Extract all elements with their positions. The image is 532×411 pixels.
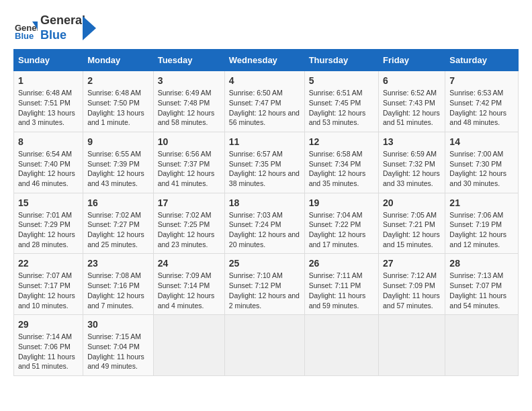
day-number: 3 [158,75,220,86]
day-info: Sunrise: 7:09 AMSunset: 7:14 PMDaylight:… [158,271,220,310]
calendar-day-2: 2 Sunrise: 6:48 AMSunset: 7:50 PMDayligh… [83,71,154,132]
day-number: 27 [383,258,441,269]
day-number: 14 [449,136,514,147]
day-info: Sunrise: 7:02 AMSunset: 7:25 PMDaylight:… [158,210,220,250]
day-info: Sunrise: 6:51 AMSunset: 7:45 PMDaylight:… [309,88,374,128]
day-number: 9 [87,136,149,147]
calendar-day-7: 7 Sunrise: 6:53 AMSunset: 7:42 PMDayligh… [445,71,519,132]
day-info: Sunrise: 7:01 AMSunset: 7:29 PMDaylight:… [18,210,79,250]
logo-chevron-icon [83,16,96,40]
day-info: Sunrise: 7:05 AMSunset: 7:21 PMDaylight:… [383,210,441,250]
day-number: 13 [383,136,441,147]
day-info: Sunrise: 7:08 AMSunset: 7:16 PMDaylight:… [87,271,149,310]
day-info: Sunrise: 7:15 AMSunset: 7:04 PMDaylight:… [87,332,149,371]
calendar-day-16: 16 Sunrise: 7:02 AMSunset: 7:27 PMDaylig… [83,193,154,254]
day-info: Sunrise: 6:59 AMSunset: 7:32 PMDaylight:… [383,149,441,189]
calendar-day-26: 26 Sunrise: 7:11 AMSunset: 7:11 PMDaylig… [304,254,378,315]
header-thursday: Thursday [304,50,378,71]
calendar-day-13: 13 Sunrise: 6:59 AMSunset: 7:32 PMDaylig… [379,132,445,193]
day-info: Sunrise: 6:48 AMSunset: 7:50 PMDaylight:… [87,88,149,128]
day-number: 19 [309,197,374,208]
day-number: 12 [309,136,374,147]
calendar-day-3: 3 Sunrise: 6:49 AMSunset: 7:48 PMDayligh… [153,71,224,132]
calendar-day-9: 9 Sunrise: 6:55 AMSunset: 7:39 PMDayligh… [83,132,154,193]
calendar-header-row: SundayMondayTuesdayWednesdayThursdayFrid… [14,50,519,71]
empty-cell [379,315,445,376]
empty-cell [224,315,304,376]
svg-marker-3 [83,16,96,40]
day-info: Sunrise: 7:00 AMSunset: 7:30 PMDaylight:… [449,149,514,189]
day-info: Sunrise: 7:10 AMSunset: 7:12 PMDaylight:… [229,271,300,310]
page-header: General Blue General Blue [13,13,519,42]
day-number: 17 [158,197,220,208]
day-info: Sunrise: 7:06 AMSunset: 7:19 PMDaylight:… [449,210,514,250]
calendar-day-22: 22 Sunrise: 7:07 AMSunset: 7:17 PMDaylig… [14,254,83,315]
day-info: Sunrise: 7:14 AMSunset: 7:06 PMDaylight:… [18,332,79,371]
day-number: 8 [18,136,79,147]
day-info: Sunrise: 6:50 AMSunset: 7:47 PMDaylight:… [229,88,300,128]
day-info: Sunrise: 6:55 AMSunset: 7:39 PMDaylight:… [87,149,149,189]
day-number: 23 [87,258,149,269]
day-number: 26 [309,258,374,269]
day-info: Sunrise: 7:04 AMSunset: 7:22 PMDaylight:… [309,210,374,250]
header-sunday: Sunday [14,50,83,71]
empty-cell [153,315,224,376]
empty-cell [304,315,378,376]
header-friday: Friday [379,50,445,71]
calendar-day-4: 4 Sunrise: 6:50 AMSunset: 7:47 PMDayligh… [224,71,304,132]
day-info: Sunrise: 6:53 AMSunset: 7:42 PMDaylight:… [449,88,514,128]
calendar-day-30: 30 Sunrise: 7:15 AMSunset: 7:04 PMDaylig… [83,315,154,376]
day-info: Sunrise: 6:57 AMSunset: 7:35 PMDaylight:… [229,149,300,189]
day-number: 22 [18,258,79,269]
calendar-day-11: 11 Sunrise: 6:57 AMSunset: 7:35 PMDaylig… [224,132,304,193]
calendar-day-25: 25 Sunrise: 7:10 AMSunset: 7:12 PMDaylig… [224,254,304,315]
day-info: Sunrise: 7:13 AMSunset: 7:07 PMDaylight:… [449,271,514,310]
day-number: 18 [229,197,300,208]
calendar-week-row: 15 Sunrise: 7:01 AMSunset: 7:29 PMDaylig… [14,193,519,254]
calendar-day-19: 19 Sunrise: 7:04 AMSunset: 7:22 PMDaylig… [304,193,378,254]
calendar-week-row: 29 Sunrise: 7:14 AMSunset: 7:06 PMDaylig… [14,315,519,376]
day-number: 20 [383,197,441,208]
day-info: Sunrise: 6:48 AMSunset: 7:51 PMDaylight:… [18,88,79,128]
calendar-day-10: 10 Sunrise: 6:56 AMSunset: 7:37 PMDaylig… [153,132,224,193]
calendar-day-8: 8 Sunrise: 6:54 AMSunset: 7:40 PMDayligh… [14,132,83,193]
calendar-table: SundayMondayTuesdayWednesdayThursdayFrid… [13,49,519,376]
calendar-week-row: 1 Sunrise: 6:48 AMSunset: 7:51 PMDayligh… [14,71,519,132]
day-number: 2 [87,75,149,86]
day-info: Sunrise: 7:07 AMSunset: 7:17 PMDaylight:… [18,271,79,310]
day-number: 1 [18,75,79,86]
day-info: Sunrise: 6:58 AMSunset: 7:34 PMDaylight:… [309,149,374,189]
day-number: 16 [87,197,149,208]
day-number: 5 [309,75,374,86]
day-info: Sunrise: 6:52 AMSunset: 7:43 PMDaylight:… [383,88,441,128]
day-number: 30 [87,319,149,330]
calendar-day-17: 17 Sunrise: 7:02 AMSunset: 7:25 PMDaylig… [153,193,224,254]
calendar-week-row: 8 Sunrise: 6:54 AMSunset: 7:40 PMDayligh… [14,132,519,193]
day-info: Sunrise: 7:12 AMSunset: 7:09 PMDaylight:… [383,271,441,310]
logo-blue: Blue [40,28,66,42]
day-info: Sunrise: 6:54 AMSunset: 7:40 PMDaylight:… [18,149,79,189]
calendar-day-23: 23 Sunrise: 7:08 AMSunset: 7:16 PMDaylig… [83,254,154,315]
calendar-day-12: 12 Sunrise: 6:58 AMSunset: 7:34 PMDaylig… [304,132,378,193]
svg-text:Blue: Blue [15,31,34,40]
calendar-day-27: 27 Sunrise: 7:12 AMSunset: 7:09 PMDaylig… [379,254,445,315]
calendar-day-24: 24 Sunrise: 7:09 AMSunset: 7:14 PMDaylig… [153,254,224,315]
day-info: Sunrise: 7:02 AMSunset: 7:27 PMDaylight:… [87,210,149,250]
empty-cell [445,315,519,376]
day-info: Sunrise: 6:49 AMSunset: 7:48 PMDaylight:… [158,88,220,128]
calendar-day-5: 5 Sunrise: 6:51 AMSunset: 7:45 PMDayligh… [304,71,378,132]
day-number: 6 [383,75,441,86]
header-saturday: Saturday [445,50,519,71]
day-number: 25 [229,258,300,269]
day-number: 15 [18,197,79,208]
day-number: 7 [449,75,514,86]
calendar-day-1: 1 Sunrise: 6:48 AMSunset: 7:51 PMDayligh… [14,71,83,132]
calendar-day-21: 21 Sunrise: 7:06 AMSunset: 7:19 PMDaylig… [445,193,519,254]
calendar-day-20: 20 Sunrise: 7:05 AMSunset: 7:21 PMDaylig… [379,193,445,254]
day-number: 4 [229,75,300,86]
day-number: 24 [158,258,220,269]
calendar-day-15: 15 Sunrise: 7:01 AMSunset: 7:29 PMDaylig… [14,193,83,254]
calendar-day-18: 18 Sunrise: 7:03 AMSunset: 7:24 PMDaylig… [224,193,304,254]
day-number: 21 [449,197,514,208]
header-wednesday: Wednesday [224,50,304,71]
